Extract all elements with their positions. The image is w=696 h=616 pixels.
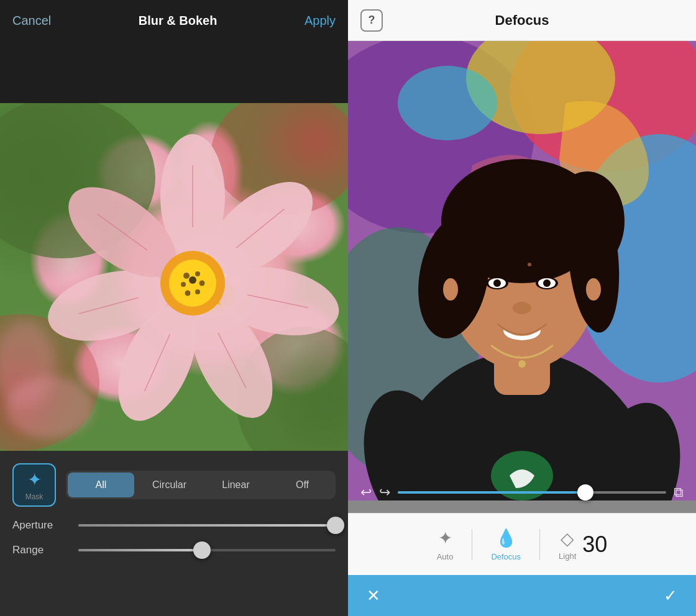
portrait-svg	[348, 41, 696, 500]
tab-off[interactable]: Off	[269, 471, 336, 499]
svg-point-23	[195, 289, 200, 294]
flower-svg	[0, 103, 348, 451]
svg-point-44	[550, 171, 625, 271]
defocus-icon: 💧	[495, 528, 517, 548]
left-title: Blur & Bokeh	[139, 14, 218, 28]
mask-row: ✦ Mask All Circular Linear Off	[12, 463, 336, 507]
range-slider[interactable]	[78, 549, 336, 551]
redo-icon[interactable]: ↪	[379, 484, 390, 500]
mask-icon: ✦	[27, 469, 42, 490]
image-slider[interactable]	[398, 491, 666, 494]
right-header: ? Defocus	[348, 0, 696, 41]
svg-point-22	[199, 281, 205, 286]
image-slider-thumb[interactable]	[577, 484, 593, 500]
tool-defocus[interactable]: 💧 Defocus	[472, 522, 539, 568]
left-panel: Cancel Blur & Bokeh Apply	[0, 0, 348, 616]
svg-point-25	[181, 282, 186, 287]
range-thumb[interactable]	[193, 541, 211, 559]
svg-point-34	[398, 66, 497, 140]
tool-light[interactable]: ◇ Light 30	[540, 522, 626, 567]
range-fill	[78, 549, 202, 551]
right-title: Defocus	[495, 12, 549, 29]
tab-circular[interactable]: Circular	[136, 471, 203, 499]
right-panel: ? Defocus	[348, 0, 696, 616]
svg-point-20	[183, 273, 190, 279]
copy-icon[interactable]: ⧉	[674, 484, 684, 500]
left-header: Cancel Blur & Bokeh Apply	[0, 0, 348, 41]
svg-point-24	[185, 291, 191, 296]
svg-point-50	[543, 279, 551, 287]
range-row: Range	[12, 544, 336, 556]
svg-point-21	[195, 271, 200, 276]
left-dark-bar	[0, 41, 348, 103]
help-icon: ?	[369, 14, 375, 27]
mask-button[interactable]: ✦ Mask	[12, 463, 56, 507]
filter-tabs: All Circular Linear Off	[66, 471, 336, 499]
aperture-slider[interactable]	[78, 524, 336, 527]
help-button[interactable]: ?	[360, 9, 383, 32]
action-cancel-button[interactable]: ✕	[367, 586, 380, 605]
tool-auto[interactable]: ✦ Auto	[418, 522, 472, 568]
svg-point-55	[528, 263, 531, 266]
tab-all[interactable]: All	[68, 473, 134, 497]
portrait-image: ↩ ↪ ⧉	[348, 41, 696, 513]
svg-point-49	[493, 279, 501, 287]
light-value: 30	[582, 533, 607, 556]
light-icon: ◇	[561, 528, 574, 549]
flower-image	[0, 103, 348, 451]
svg-point-54	[586, 278, 601, 301]
auto-label: Auto	[437, 552, 454, 561]
svg-point-52	[518, 360, 526, 368]
svg-point-26	[189, 276, 196, 284]
aperture-thumb[interactable]	[327, 517, 344, 534]
image-slider-overlay: ↩ ↪ ⧉	[360, 484, 684, 500]
svg-point-53	[443, 278, 458, 301]
defocus-label: Defocus	[491, 552, 521, 561]
aperture-row: Aperture	[12, 519, 336, 532]
image-slider-fill	[398, 491, 585, 494]
action-confirm-button[interactable]: ✓	[664, 586, 677, 605]
left-controls: ✦ Mask All Circular Linear Off	[0, 451, 348, 616]
aperture-fill	[78, 524, 336, 527]
aperture-label: Aperture	[12, 519, 68, 532]
mask-label: Mask	[25, 492, 44, 501]
apply-button[interactable]: Apply	[304, 14, 336, 28]
auto-icon: ✦	[438, 528, 452, 548]
undo-icon[interactable]: ↩	[360, 484, 372, 500]
tab-linear[interactable]: Linear	[203, 471, 269, 499]
cancel-button[interactable]: Cancel	[12, 14, 51, 28]
light-label: Light	[559, 551, 576, 561]
range-label: Range	[12, 544, 68, 556]
svg-point-51	[513, 302, 531, 314]
right-toolbar: ✦ Auto 💧 Defocus ◇ Light 30	[348, 513, 696, 575]
right-action-bar: ✕ ✓	[348, 575, 696, 616]
